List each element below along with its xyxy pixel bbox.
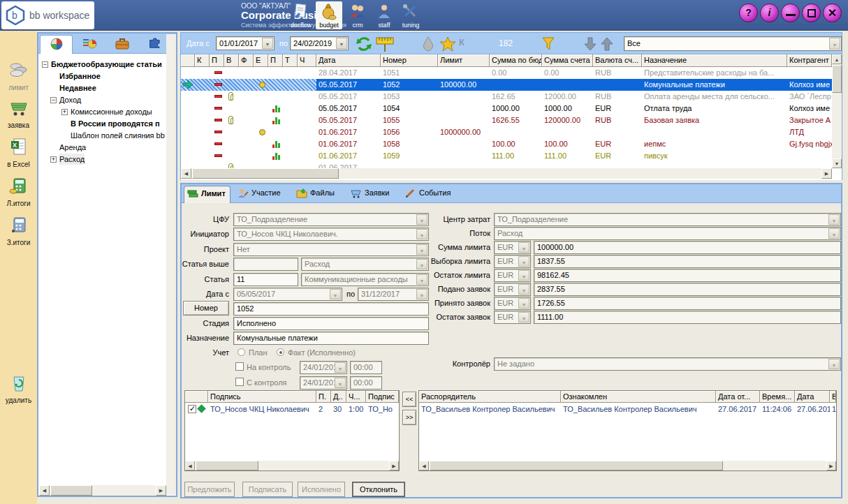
detail-date-from[interactable]: 05/05/2017 xyxy=(233,288,342,301)
star-icon[interactable] xyxy=(439,36,456,52)
col-header-contractor[interactable]: Контрагент xyxy=(787,54,832,67)
sig-hscrollbar[interactable]: ◀ ▶ xyxy=(185,461,399,470)
tab-limit[interactable]: Лимит xyxy=(184,186,231,203)
app-crm[interactable]: crm xyxy=(344,1,371,29)
sum-limit-value[interactable]: 100000.00 xyxy=(534,241,841,254)
sign-button[interactable]: Подписать xyxy=(242,482,293,497)
app-staff[interactable]: staff xyxy=(371,1,397,29)
tree-hscrollbar[interactable]: ◀ ▶ xyxy=(39,485,166,496)
tree-item-rashod[interactable]: Расход xyxy=(59,154,85,165)
controller-combo[interactable]: Не задано xyxy=(494,357,841,371)
purpose-input[interactable]: Комунальные платежи xyxy=(233,332,429,345)
sig-row-name[interactable]: ТО_Носов ЧКЦ Николаевич xyxy=(208,403,316,415)
col-header-blank[interactable] xyxy=(181,54,195,67)
sig-row-p[interactable]: 2 xyxy=(316,403,331,415)
minimize-button[interactable] xyxy=(781,3,800,22)
acq-col-datefrom[interactable]: Дата от... xyxy=(716,391,760,403)
up-arrow-icon[interactable] xyxy=(600,36,614,52)
acq-row-time[interactable]: 11:24:06 xyxy=(760,403,795,415)
vyborka-currency[interactable]: EUR xyxy=(494,255,531,268)
expand-box-rashod[interactable]: + xyxy=(50,156,57,163)
ostatok-zayavok-value[interactable]: 1111.00 xyxy=(534,311,841,324)
col-header-limit[interactable]: Лимит xyxy=(438,54,490,67)
col-header-e[interactable]: Е xyxy=(254,54,268,67)
grid-hscrollbar[interactable]: ◀ ▶ xyxy=(181,168,832,179)
k-button[interactable]: К xyxy=(459,37,465,47)
tree-item-vrossii[interactable]: В России проводятся п xyxy=(71,118,160,129)
tree-root[interactable]: Бюджетообразующие статьи xyxy=(51,59,162,70)
col-header-ch[interactable]: Ч xyxy=(298,54,316,67)
cost-center-combo[interactable]: ТО_Подразделение xyxy=(494,213,841,226)
tree-item-izbrannoe[interactable]: Избранное xyxy=(59,71,101,82)
sig-col-ch[interactable]: Ч... xyxy=(346,391,366,403)
acq-row-disposer[interactable]: ТО_Васильев Контролер Васильевич xyxy=(419,403,561,415)
col-header-f[interactable]: Ф xyxy=(239,54,254,67)
fact-radio[interactable] xyxy=(277,348,284,356)
col-header-t[interactable]: Т xyxy=(283,54,298,67)
sig-row-checkbox[interactable]: ✓ xyxy=(188,405,196,413)
on-control-date[interactable]: 24/01/2019 xyxy=(300,361,347,374)
col-header-v[interactable]: В xyxy=(224,54,239,67)
sig-row-sign2[interactable]: ТО_Но xyxy=(366,403,399,415)
tab-sobytiya[interactable]: События xyxy=(402,186,455,203)
sig-col-sign[interactable]: Подпись xyxy=(208,391,316,403)
off-control-checkbox[interactable] xyxy=(235,378,244,386)
grid-row[interactable]: 01.06.2017 1058 100.00 100.00 EUR иепмс … xyxy=(181,138,832,150)
tab-portfolio[interactable] xyxy=(105,35,138,54)
off-control-date[interactable]: 24/01/2019 xyxy=(300,376,347,390)
sig-row-d[interactable]: 30 xyxy=(331,403,346,415)
plan-radio[interactable] xyxy=(237,348,245,356)
move-right-button[interactable]: >> xyxy=(402,410,416,425)
collapse-box[interactable]: − xyxy=(42,61,48,68)
date-from-input[interactable]: 01/01/2017 xyxy=(216,36,275,50)
close-button[interactable]: ✕ xyxy=(823,3,842,22)
app-budget[interactable]: budget xyxy=(316,1,342,29)
off-control-time[interactable]: 00:00 xyxy=(350,376,382,390)
prinyato-value[interactable]: 1726.55 xyxy=(534,297,841,310)
acq-col-time2[interactable]: Вр xyxy=(830,391,836,403)
expand-box-komission[interactable]: + xyxy=(61,109,68,115)
tree-vscrollbar[interactable] xyxy=(166,34,176,495)
grid-row-selected[interactable]: 05.05.2017 1052 100000.00 Комунальные пл… xyxy=(181,79,832,91)
maximize-button[interactable] xyxy=(802,3,821,22)
date-to-input[interactable]: 24/02/2019 xyxy=(290,36,349,50)
sig-row-ch[interactable]: 1:00 xyxy=(346,403,366,415)
tree-item-komission[interactable]: Комиссионные доходы xyxy=(71,106,152,117)
grid-row-partial[interactable]: 01.06.2017 xyxy=(181,162,832,168)
sig-col-p[interactable]: П. xyxy=(316,391,331,403)
grid-row[interactable]: 05.05.2017 1054 1000.00 1000.00 EUR Отла… xyxy=(181,103,832,114)
tab-budget-articles[interactable] xyxy=(40,35,73,54)
podano-value[interactable]: 2837.55 xyxy=(534,283,841,296)
col-header-number[interactable]: Номер xyxy=(381,54,438,67)
tab-report-pie[interactable] xyxy=(73,35,105,54)
move-left-button[interactable]: << xyxy=(402,392,416,407)
tree-item-nedavnee[interactable]: Недавнее xyxy=(59,82,96,94)
podano-currency[interactable]: EUR xyxy=(494,283,531,296)
vyborka-value[interactable]: 1837.55 xyxy=(534,255,841,268)
reject-button[interactable]: Отклонить xyxy=(352,482,405,497)
filter-icon[interactable] xyxy=(541,36,555,52)
article-input[interactable]: 11 xyxy=(233,273,298,286)
tree-item-arenda[interactable]: Аренда xyxy=(59,142,86,153)
col-header-sum-account[interactable]: Сумма счета xyxy=(542,54,593,67)
tab-files[interactable]: Файлы xyxy=(293,186,339,203)
sidebar-item-zayavka[interactable]: заявка xyxy=(0,98,37,120)
tree-item-dohod[interactable]: Доход xyxy=(59,94,81,105)
number-button[interactable]: Номер xyxy=(183,301,229,316)
grid-vscrollbar[interactable]: ▲ ▼ xyxy=(832,54,842,168)
tree-item-shablon[interactable]: Шаблон полей слияния bb xyxy=(71,130,165,141)
grid-row[interactable]: 01.06.2017 1056 1000000.00 ЛТД xyxy=(181,126,832,138)
sum-limit-currency[interactable]: EUR xyxy=(494,241,531,254)
acq-hscrollbar[interactable]: ◀ ▶ xyxy=(419,461,836,470)
down-arrow-icon[interactable] xyxy=(583,36,597,52)
tab-zayavki[interactable]: Заявки xyxy=(348,186,394,203)
grid-row[interactable]: 01.06.2017 1059 111.00 111.00 EUR пивсук xyxy=(181,150,832,162)
col-header-purpose[interactable]: Назначение xyxy=(642,54,787,67)
col-header-k[interactable]: К xyxy=(195,54,210,67)
executed-button[interactable]: Исполнено xyxy=(298,482,345,497)
help-button[interactable]: ? xyxy=(739,3,758,22)
acq-row-date[interactable]: 27.06.2017 xyxy=(795,403,830,415)
sidebar-item-excel[interactable]: X в Excel xyxy=(0,137,37,159)
col-header-date[interactable]: Дата xyxy=(316,54,381,67)
collapse-box-dohod[interactable]: − xyxy=(50,97,57,103)
